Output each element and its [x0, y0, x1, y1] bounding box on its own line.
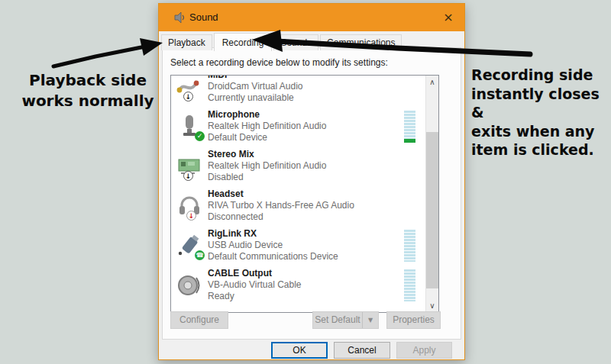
ok-button[interactable]: OK: [271, 342, 328, 359]
annotation-playback-note: Playback side works normally: [15, 70, 160, 111]
titlebar[interactable]: Sound ×: [159, 4, 464, 31]
playback-arrow-shaft: [53, 47, 145, 66]
device-status: Disabled: [208, 172, 326, 183]
device-row-cable-output[interactable]: CABLE Output VB-Audio Virtual Cable Read…: [171, 266, 426, 305]
speaker-icon: [174, 11, 186, 24]
tab-playback[interactable]: Playback: [161, 34, 212, 50]
device-rows: ↓ MIDI DroidCam Virtual Audio Currently …: [171, 75, 426, 305]
instruction-label: Select a recording device below to modif…: [170, 57, 388, 68]
annotation-line: Playback side: [15, 70, 160, 91]
device-row-midi[interactable]: ↓ MIDI DroidCam Virtual Audio Currently …: [171, 75, 426, 107]
annotation-recording-note: Recording side instantly closes & exits …: [471, 66, 611, 159]
level-meter: [404, 230, 415, 262]
device-status: Currently unavailable: [208, 92, 303, 104]
device-row-microphone[interactable]: ✓ Microphone Realtek High Definition Aud…: [171, 107, 426, 147]
annotation-line: instantly closes &: [471, 85, 611, 122]
apply-button[interactable]: Apply: [396, 342, 452, 359]
device-name: CABLE Output: [208, 267, 302, 279]
disconnected-badge-icon: ↓: [186, 211, 196, 221]
device-desc: Realtek High Definition Audio: [208, 121, 326, 132]
device-name: Microphone: [208, 108, 326, 121]
usb-device-icon: ☎: [176, 233, 202, 259]
set-default-label[interactable]: Set Default: [313, 312, 362, 328]
annotation-line: exits when any: [471, 122, 611, 141]
device-status: Disconnected: [208, 211, 354, 223]
scroll-down-icon[interactable]: ∨: [426, 299, 438, 312]
scroll-up-icon[interactable]: ∧: [426, 76, 438, 89]
device-name: Stereo Mix: [208, 148, 326, 160]
scrollbar-thumb[interactable]: [426, 132, 438, 288]
scrollbar[interactable]: ∧ ∨: [425, 76, 438, 312]
sound-dialog: Sound × Playback Recording Sounds Commun…: [158, 3, 465, 360]
tab-recording[interactable]: Recording: [214, 33, 273, 51]
disabled-badge-icon: ↓: [183, 171, 193, 181]
default-device-badge-icon: ✓: [195, 131, 205, 141]
device-desc: VB-Audio Virtual Cable: [208, 279, 302, 291]
headset-icon: ↓: [176, 193, 202, 219]
unavailable-badge-icon: ↓: [183, 92, 193, 101]
set-default-dropdown-icon[interactable]: ▼: [362, 312, 378, 328]
annotation-line: item is clicked.: [471, 140, 611, 159]
device-name: Headset: [208, 188, 354, 200]
comms-badge-icon: ☎: [195, 250, 205, 260]
close-icon[interactable]: ×: [440, 10, 457, 25]
device-desc: RIVA Turbo X Hands-Free AG Audio: [208, 200, 354, 211]
annotation-line: works normally: [15, 91, 160, 111]
device-status: Default Device: [208, 132, 326, 143]
desktop-background: Sound × Playback Recording Sounds Commun…: [0, 0, 611, 364]
recording-tab-page: Select a recording device below to modif…: [162, 47, 461, 340]
annotation-line: Recording side: [471, 66, 611, 85]
device-row-riglink[interactable]: ☎ RigLink RX USB Audio Device Default Co…: [171, 226, 426, 266]
window-title: Sound: [189, 11, 218, 23]
tab-sounds[interactable]: Sounds: [273, 34, 318, 50]
midi-cable-icon: ↓: [176, 75, 202, 100]
device-name: MIDI: [208, 75, 303, 81]
device-desc: Realtek High Definition Audio: [208, 160, 326, 172]
device-list[interactable]: ↓ MIDI DroidCam Virtual Audio Currently …: [170, 75, 439, 313]
soundcard-icon: ↓: [176, 153, 202, 179]
device-status: Ready: [208, 291, 302, 302]
microphone-icon: ✓: [176, 114, 202, 140]
device-row-headset[interactable]: ↓ Headset RIVA Turbo X Hands-Free AG Aud…: [171, 186, 426, 226]
device-row-stereo-mix[interactable]: ↓ Stereo Mix Realtek High Definition Aud…: [171, 147, 426, 186]
level-meter: [404, 269, 415, 301]
cable-spool-icon: [176, 272, 202, 298]
configure-button[interactable]: Configure: [170, 311, 228, 329]
tab-communications[interactable]: Communications: [320, 34, 402, 50]
cancel-button[interactable]: Cancel: [334, 342, 390, 359]
tab-bar: Playback Recording Sounds Communications: [161, 32, 403, 50]
device-desc: DroidCam Virtual Audio: [208, 81, 303, 92]
set-default-button[interactable]: Set Default ▼: [312, 311, 379, 329]
properties-button[interactable]: Properties: [386, 311, 441, 329]
device-desc: USB Audio Device: [208, 240, 338, 251]
device-status: Default Communications Device: [208, 251, 338, 263]
device-name: RigLink RX: [208, 227, 338, 240]
level-meter: [404, 111, 415, 143]
